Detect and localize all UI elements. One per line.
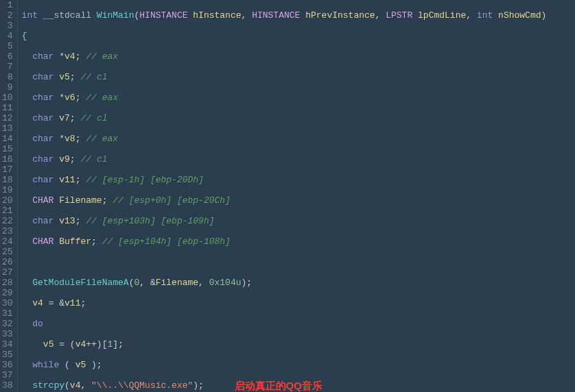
line-number: 8 — [2, 72, 13, 82]
line-number: 34 — [2, 339, 13, 350]
code-editor: 1 2 3 4 5 6 7 8 9 10 11 12 13 14 15 16 1… — [0, 0, 575, 392]
line-number: 26 — [2, 257, 13, 267]
line-number: 10 — [2, 93, 13, 103]
code-line: CHAR Buffer; // [esp+104h] [ebp-108h] — [22, 236, 547, 247]
line-number: 13 — [2, 123, 13, 134]
line-number: 35 — [2, 350, 13, 360]
line-number: 15 — [2, 144, 13, 154]
line-number: 2 — [2, 10, 13, 21]
code-line: char v7; // cl — [22, 113, 547, 123]
line-number: 28 — [2, 278, 13, 288]
line-number: 30 — [2, 298, 13, 308]
code-line: CHAR Filename; // [esp+0h] [ebp-20Ch] — [22, 195, 547, 206]
line-number: 36 — [2, 360, 13, 370]
code-line: char v13; // [esp+103h] [ebp-109h] — [22, 216, 547, 226]
line-number: 27 — [2, 267, 13, 278]
code-line: char *v4; // eax — [22, 51, 547, 62]
line-number: 21 — [2, 206, 13, 216]
line-number: 20 — [2, 195, 13, 206]
code-line: v4 = &v11; — [22, 298, 547, 308]
line-number: 11 — [2, 103, 13, 113]
line-number: 22 — [2, 216, 13, 226]
line-number: 16 — [2, 154, 13, 164]
code-line — [22, 257, 547, 267]
code-line: while ( v5 ); — [22, 360, 547, 370]
line-number: 29 — [2, 288, 13, 298]
line-number: 1 — [2, 0, 13, 10]
code-line: int __stdcall WinMain(HINSTANCE hInstanc… — [22, 10, 547, 21]
code-line: char v9; // cl — [22, 154, 547, 164]
line-number: 4 — [2, 31, 13, 41]
line-number: 14 — [2, 134, 13, 144]
line-number: 6 — [2, 51, 13, 62]
line-number: 25 — [2, 247, 13, 257]
code-line: char *v6; // eax — [22, 93, 547, 103]
line-number: 31 — [2, 308, 13, 319]
line-number: 32 — [2, 319, 13, 329]
code-line: do — [22, 319, 547, 329]
line-number: 7 — [2, 62, 13, 72]
code-line: { — [22, 31, 547, 41]
line-number: 23 — [2, 226, 13, 236]
code-line: v5 = (v4++)[1]; — [22, 339, 547, 350]
line-number: 37 — [2, 370, 13, 380]
annotation-qqmusic: 启动真正的QQ音乐 — [235, 380, 322, 391]
line-gutter: 1 2 3 4 5 6 7 8 9 10 11 12 13 14 15 16 1… — [0, 0, 18, 392]
line-number: 17 — [2, 164, 13, 175]
code-area[interactable]: int __stdcall WinMain(HINSTANCE hInstanc… — [18, 0, 551, 392]
line-number: 5 — [2, 41, 13, 51]
line-number: 19 — [2, 185, 13, 195]
line-number: 3 — [2, 21, 13, 31]
code-line: char *v8; // eax — [22, 134, 547, 144]
code-line: char v11; // [esp-1h] [ebp-20Dh] — [22, 175, 547, 185]
line-number: 9 — [2, 82, 13, 93]
code-line: strcpy(v4, "\\..\\QQMusic.exe");启动真正的QQ音… — [22, 380, 547, 391]
line-number: 33 — [2, 329, 13, 339]
line-number: 38 — [2, 380, 13, 391]
line-number: 24 — [2, 236, 13, 247]
line-number: 18 — [2, 175, 13, 185]
code-line: GetModuleFileNameA(0, &Filename, 0x104u)… — [22, 278, 547, 288]
code-line: char v5; // cl — [22, 72, 547, 82]
line-number: 12 — [2, 113, 13, 123]
